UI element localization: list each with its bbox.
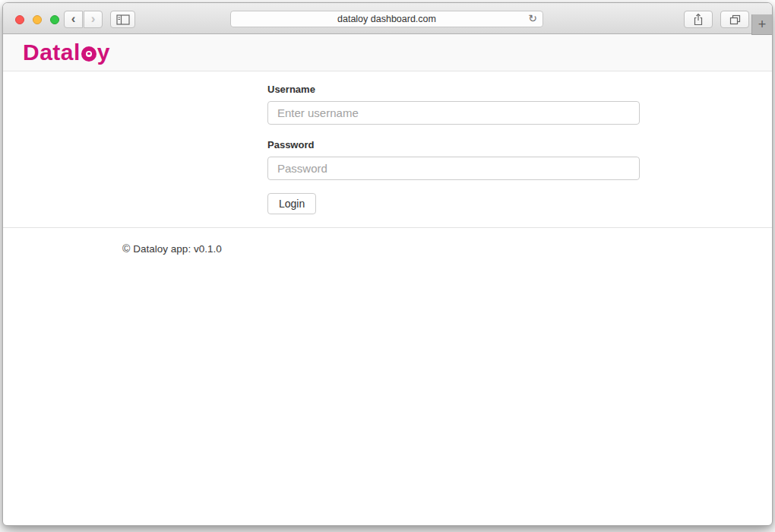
- share-button[interactable]: [684, 11, 713, 28]
- password-label: Password: [267, 139, 640, 150]
- refresh-icon[interactable]: ↻: [528, 12, 537, 24]
- username-label: Username: [267, 84, 640, 95]
- login-page: Username Password Login © Dataloy app: v…: [3, 71, 772, 255]
- password-input[interactable]: [267, 157, 640, 180]
- page-footer: © Dataloy app: v0.1.0: [3, 228, 772, 255]
- site-header: Datal y: [3, 34, 772, 71]
- close-window-button[interactable]: [15, 15, 24, 24]
- traffic-lights: [15, 15, 59, 24]
- browser-window: ‹ › dataloy dashboard.com ↻: [2, 2, 773, 526]
- address-bar[interactable]: dataloy dashboard.com ↻: [230, 11, 543, 27]
- back-button[interactable]: ‹: [64, 11, 83, 28]
- logo-text-prefix: Datal: [23, 40, 81, 65]
- footer-version-text: Dataloy app: v0.1.0: [133, 243, 221, 255]
- url-text: dataloy dashboard.com: [337, 14, 436, 24]
- dataloy-logo: Datal y: [23, 40, 110, 65]
- plus-icon: +: [758, 17, 767, 33]
- sidebar-toggle-icon: [116, 14, 130, 25]
- username-input[interactable]: [267, 101, 640, 125]
- logo-bullseye-icon: [81, 46, 96, 62]
- browser-toolbar: ‹ › dataloy dashboard.com ↻: [3, 3, 772, 34]
- tab-overview-button[interactable]: [720, 11, 749, 28]
- sidebar-toggle-button[interactable]: [110, 11, 135, 28]
- login-form: Username Password Login: [267, 71, 640, 214]
- zoom-window-button[interactable]: [50, 15, 59, 24]
- copyright-icon: ©: [122, 242, 130, 255]
- forward-button[interactable]: ›: [84, 11, 103, 28]
- forward-icon: ›: [91, 12, 96, 25]
- share-icon: [692, 13, 704, 26]
- login-button[interactable]: Login: [267, 193, 316, 214]
- minimize-window-button[interactable]: [33, 15, 42, 24]
- back-icon: ‹: [71, 12, 76, 25]
- tab-overview-icon: [729, 14, 741, 25]
- logo-text-suffix: y: [97, 40, 110, 65]
- new-tab-button[interactable]: +: [751, 14, 772, 35]
